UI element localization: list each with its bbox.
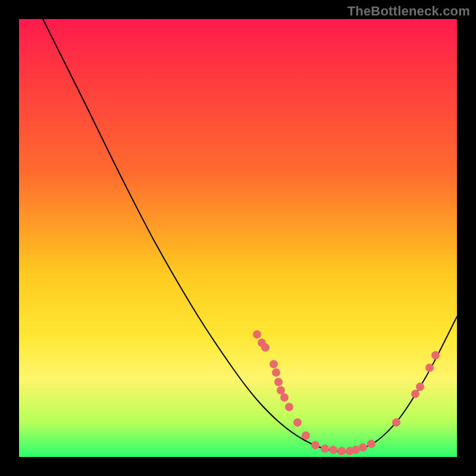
data-marker: [352, 446, 360, 454]
data-marker: [367, 440, 375, 448]
chart-frame: TheBottleneck.com: [0, 0, 476, 476]
bottleneck-curve: [43, 19, 457, 452]
data-marker: [272, 368, 280, 377]
data-marker: [359, 443, 367, 452]
data-marker: [311, 441, 320, 449]
data-marker: [302, 431, 310, 440]
data-marker: [321, 444, 329, 453]
data-marker: [431, 351, 440, 359]
data-marker: [285, 403, 293, 411]
data-marker: [293, 418, 302, 427]
data-marker: [425, 364, 434, 372]
data-marker: [280, 393, 289, 402]
data-marker: [329, 446, 337, 454]
data-marker: [261, 343, 270, 352]
data-marker: [416, 383, 424, 391]
watermark-text: TheBottleneck.com: [347, 4, 470, 19]
data-marker: [270, 360, 278, 368]
data-marker: [253, 330, 261, 339]
plot-area: [19, 19, 457, 457]
data-marker: [274, 378, 283, 386]
curve-svg: [19, 19, 457, 457]
data-marker: [411, 390, 419, 398]
marker-group: [253, 330, 440, 455]
data-marker: [392, 418, 400, 427]
data-marker: [277, 386, 285, 394]
data-marker: [337, 447, 346, 455]
